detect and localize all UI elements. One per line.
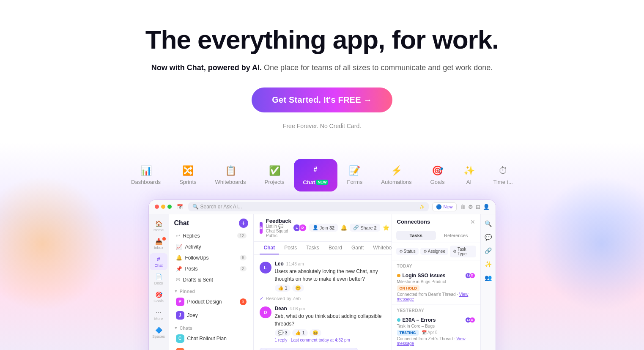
new-button[interactable]: 🔵 New [432,202,456,211]
task-pill[interactable]: 📋 Incorrect Buttons · Task Created by Mi… [260,348,358,350]
reaction[interactable]: 👍 1 [275,284,290,292]
reaction[interactable]: 💬 3 [275,329,290,336]
chat-tab-tasks[interactable]: Tasks [302,242,323,254]
connections-header: Connections ✕ [392,214,480,228]
cs-item-posts[interactable]: 📌 Posts 2 [171,264,252,274]
conn-view-link[interactable]: View message [397,292,469,301]
star-icon[interactable]: ⭐ [383,224,389,231]
nav-item-home[interactable]: 🏠Home [150,218,167,235]
feature-tab-goals[interactable]: 🎯Goals [421,161,454,189]
nav-item-chat[interactable]: #Chat [150,253,167,270]
tab-label-goals: Goals [430,179,445,185]
win-close[interactable] [155,205,159,209]
win-maximize[interactable] [167,205,172,209]
connections-close-button[interactable]: ✕ [470,219,475,225]
share-button[interactable]: 🔗 Share 2 [350,224,380,232]
cs-label: Posts [185,266,237,272]
cs-item-followups[interactable]: 🔔 FollowUps 8 [171,253,252,263]
cta-button[interactable]: Get Started. It's FREE → [252,88,392,112]
chat-tab-board[interactable]: Board [324,242,346,254]
chat-tab-posts[interactable]: Posts [280,242,301,254]
conn-task-item[interactable]: E30A – Errors L D Task in Core – Bugs TE… [392,314,480,349]
hero-section: The everything app, for work. Now with C… [0,0,644,142]
channel-name: Feedback [266,218,291,224]
conn-filter-status[interactable]: ⚙ Status [396,248,419,255]
chat-tab-whiteboard[interactable]: Whiteboard [369,242,391,254]
grid-icon[interactable]: ⊞ [476,204,480,210]
settings-icon[interactable]: ⚙ [468,204,473,210]
notification-icon[interactable]: 🔔 [340,224,347,231]
chat-sidebar-header: Chat + [169,214,253,230]
trash-icon[interactable]: 🗑 [460,204,466,210]
user-avatar[interactable]: 👤 [483,204,490,210]
conn-filter-task type[interactable]: ⚙ Task Type [450,246,476,257]
filter-icon: ⚙ [399,249,403,254]
feature-tab-automations[interactable]: ⚡Automations [372,161,421,189]
join-button[interactable]: 👤 Join 32 [309,224,338,232]
cs-label: Replies [183,233,235,239]
hero-subtitle-rest: One place for teams of all sizes to comm… [264,63,493,72]
hero-subtitle-bold: Now with Chat, powered by AI. [151,63,262,72]
cs-item-joey[interactable]: JJoey [171,309,252,322]
magic-rs-icon[interactable]: ✨ [483,259,493,269]
cs-label: FollowUps [185,255,237,261]
message-text: Users are absolutely loving the new Chat… [275,268,386,283]
nav-label-docs: Docs [154,281,163,285]
calendar-icon: 📅 [177,204,183,210]
cs-item-drafts-&-sent[interactable]: ✉ Drafts & Sent [171,275,252,285]
chat-rs-icon[interactable]: 💬 [483,232,493,242]
conn-tab-references[interactable]: References [436,231,476,240]
link-rs-icon[interactable]: 🔗 [483,246,493,256]
nav-item-more[interactable]: ⋯More [150,306,167,323]
nav-item-docs[interactable]: 📄Docs [150,271,167,288]
feature-tab-projects[interactable]: ✅Projects [255,161,294,189]
topbar-right-actions: 🗑 ⚙ ⊞ 👤 [460,204,490,210]
conn-item-header: Login SSO Issues L D [397,273,475,279]
reaction[interactable]: 👍 1 [292,329,308,336]
message-reply-link[interactable]: 1 reply · Last comment today at 4:32 pm [275,338,386,342]
feature-tab-chat[interactable]: #ChatNEW [294,159,338,191]
hero-subtitle: Now with Chat, powered by AI. One place … [8,62,636,74]
cs-avatar: J [176,311,184,320]
feature-tab-sprints[interactable]: 🔀Sprints [170,161,206,189]
cs-item-activity[interactable]: 📈 Activity [171,242,252,252]
nav-icon-more: ⋯ [156,309,162,316]
search-bar[interactable]: 🔍 Search or Ask AI... ✨ [188,202,429,211]
conn-status-badge: TESTING [397,330,419,336]
cs-section-pinned: ▼ Pinned [169,285,253,295]
feature-tab-dashboards[interactable]: 📊Dashboards [122,161,170,189]
message-time: 11:43 am [286,262,304,266]
conn-filter-assignee[interactable]: ⚙ Assignee [420,248,448,255]
cs-item-product-design[interactable]: PProduct Design3 [171,295,252,308]
feature-tab-whiteboards[interactable]: 📋Whiteboards [206,161,255,189]
conn-task-item[interactable]: Login SSO Issues L D Milestone in Bugs P… [392,270,480,305]
chat-add-button[interactable]: + [239,219,248,228]
people-rs-icon[interactable]: 👥 [483,273,493,283]
nav-item-goals[interactable]: 🎯Goals [150,289,167,306]
nav-item-inbox[interactable]: 📥Inbox [150,235,167,252]
cs-section-chats: ▼ Chats [169,322,253,332]
conn-tab-tasks[interactable]: Tasks [396,231,436,240]
conn-item-badges: TESTING 📅 Apr 8 [397,330,475,336]
tab-label-sprints: Sprints [179,179,196,185]
reaction[interactable]: 😄 [310,329,321,336]
task-pill-header: 📋 Incorrect Buttons · Task Created by Mi… [260,345,386,350]
cs-item-chat-rollout-plan[interactable]: CChat Rollout Plan [171,332,252,345]
chat-tab-gantt[interactable]: Gantt [347,242,368,254]
feature-tab-ai[interactable]: ✨AI [454,161,484,189]
svg-text:#: # [314,166,318,173]
conn-item-avatars: L D [467,273,475,279]
cs-item-replies[interactable]: ↩ Replies 12 [171,231,252,241]
search-rs-icon[interactable]: 🔍 [483,219,493,229]
nav-item-spaces[interactable]: 🔷Spaces [150,324,167,341]
conn-status-badge: ON HOLD [397,285,420,291]
feature-tab-forms[interactable]: 📝Forms [337,161,372,189]
cs-item-marketing-space[interactable]: MMarketing space [171,346,252,350]
win-minimize[interactable] [161,205,165,209]
conn-view-link[interactable]: View message [397,336,466,346]
reaction[interactable]: 😊 [292,284,304,292]
feature-tab-timetrack[interactable]: ⏱Time t... [484,161,522,189]
chat-tab-chat[interactable]: Chat [260,242,280,254]
tab-label-ai: AI [466,179,471,185]
conn-status-dot [397,274,400,277]
